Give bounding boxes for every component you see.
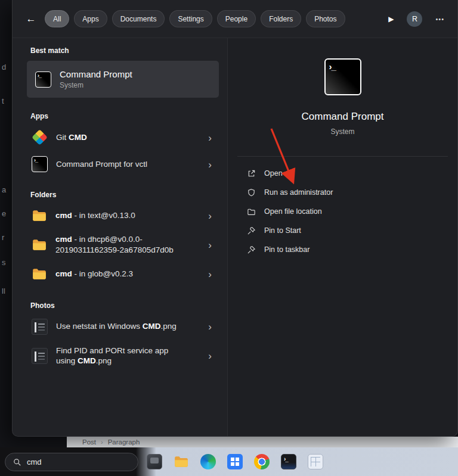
result-row-photo-pid-port[interactable]: Find PID and PORt service app using CMD.… <box>27 340 219 372</box>
pin-to-taskbar-icon <box>247 245 256 254</box>
photo-thumbnail <box>32 348 48 364</box>
results-column: Best match Command Prompt System Apps Gi… <box>13 38 227 436</box>
section-label-apps: Apps <box>30 112 219 120</box>
background-text-fragment: t <box>2 97 4 105</box>
best-match-result[interactable]: Command Prompt System <box>27 61 219 98</box>
pin-to-start-icon <box>247 226 256 235</box>
result-row-folder-dhcp6[interactable]: cmd - in dhcp6@v0.0.0-20190311162359-2a6… <box>27 229 219 261</box>
action-label: Open file location <box>264 207 322 216</box>
breadcrumb-separator-icon: › <box>101 438 103 446</box>
action-label: Open <box>264 169 283 178</box>
background-text-fragment: s <box>2 258 6 267</box>
back-button[interactable]: ← <box>21 10 41 28</box>
command-prompt-icon <box>35 71 51 88</box>
chevron-right-icon[interactable]: › <box>208 211 212 221</box>
result-row-photo-netstat[interactable]: Use netstat in Windows CMD.png › <box>27 313 219 340</box>
taskbar-icons <box>147 447 323 476</box>
action-open-file-location[interactable]: Open file location <box>237 202 448 221</box>
filter-pill-documents[interactable]: Documents <box>112 10 165 27</box>
preview-divider <box>237 156 448 157</box>
folder-icon <box>32 266 47 282</box>
section-photos: Photos Use netstat in Windows CMD.png › … <box>27 301 219 372</box>
taskbar-app-icon-edge[interactable] <box>200 454 216 469</box>
folder-icon <box>32 237 47 253</box>
action-open[interactable]: Open <box>237 164 448 183</box>
action-pin-to-taskbar[interactable]: Pin to taskbar <box>237 240 448 259</box>
preview-pane: Command Prompt System Open Run as admini… <box>227 38 457 436</box>
preview-subtitle: System <box>330 127 354 136</box>
taskbar-search-box[interactable] <box>5 453 138 471</box>
result-label: Command Prompt for vctl <box>56 159 147 170</box>
search-results-body: Best match Command Prompt System Apps Gi… <box>13 38 457 436</box>
taskbar-app-icon-terminal[interactable] <box>281 454 296 469</box>
taskbar <box>0 447 458 476</box>
background-text-fragment: ll <box>2 287 5 295</box>
photo-thumbnail <box>32 319 48 335</box>
chevron-right-icon[interactable]: › <box>208 159 212 169</box>
filter-pill-people[interactable]: People <box>217 10 256 27</box>
taskbar-app-icon-chrome[interactable] <box>254 454 270 469</box>
result-label: Use netstat in Windows CMD.png <box>56 321 177 332</box>
section-label-best-match: Best match <box>30 46 219 55</box>
chevron-right-icon[interactable]: › <box>208 132 212 142</box>
result-row-folder-text[interactable]: cmd - in text@v0.13.0 › <box>27 203 219 229</box>
result-subtitle: System <box>60 81 132 89</box>
more-options-icon[interactable]: ••• <box>435 15 444 23</box>
section-folders: Folders cmd - in text@v0.13.0 › cmd - in… <box>27 191 219 287</box>
play-icon[interactable]: ▶ <box>388 15 394 23</box>
section-label-photos: Photos <box>30 301 219 310</box>
action-pin-to-start[interactable]: Pin to Start <box>237 221 448 240</box>
screen: d t a e r s ll Post › Paragraph ← All Ap… <box>0 0 458 476</box>
git-icon <box>32 129 48 145</box>
filter-pill-folders[interactable]: Folders <box>261 10 301 27</box>
section-apps: Apps Git CMD › Command Prompt for vctl › <box>27 112 219 178</box>
taskbar-app-icon-window[interactable] <box>147 454 162 469</box>
search-input[interactable] <box>27 458 116 466</box>
breadcrumb-item-paragraph: Paragraph <box>108 438 140 446</box>
filter-pills: All Apps Documents Settings People Folde… <box>45 10 345 27</box>
filter-pill-apps[interactable]: Apps <box>74 10 107 27</box>
section-label-folders: Folders <box>30 191 219 199</box>
result-label: cmd - in text@v0.13.0 <box>55 210 135 221</box>
command-prompt-icon-large <box>324 58 361 95</box>
taskbar-app-icon-folder[interactable] <box>174 454 189 469</box>
filter-pill-photos[interactable]: Photos <box>306 10 345 27</box>
run-as-admin-icon <box>247 188 256 197</box>
background-text-fragment: a <box>2 185 6 194</box>
taskbar-app-icon-calculator[interactable] <box>308 454 323 469</box>
result-label: cmd - in dhcp6@v0.0.0-20190311162359-2a6… <box>55 234 188 256</box>
result-row-command-prompt-vctl[interactable]: Command Prompt for vctl › <box>27 151 219 178</box>
chevron-right-icon[interactable]: › <box>208 239 212 250</box>
start-search-flyout: ← All Apps Documents Settings People Fol… <box>12 0 458 437</box>
action-run-as-administrator[interactable]: Run as administrator <box>237 183 448 202</box>
action-label: Pin to Start <box>264 226 301 235</box>
folder-icon <box>32 208 47 223</box>
search-icon <box>13 458 21 466</box>
result-label: cmd - in glob@v0.2.3 <box>55 269 133 279</box>
best-match-text: Command Prompt System <box>60 69 132 89</box>
result-row-folder-glob[interactable]: cmd - in glob@v0.2.3 › <box>27 261 219 287</box>
background-app-strip: Post › Paragraph <box>67 437 458 447</box>
result-label: Find PID and PORt service app using CMD.… <box>56 346 188 367</box>
background-text-fragment: d <box>2 63 6 71</box>
background-text-fragment: r <box>2 233 4 242</box>
action-label: Run as administrator <box>264 188 333 197</box>
action-list: Open Run as administrator Open file loca… <box>228 164 457 259</box>
taskbar-app-icon-store[interactable] <box>227 454 243 469</box>
filter-pill-settings[interactable]: Settings <box>169 10 212 27</box>
preview-title: Command Prompt <box>302 111 384 123</box>
command-prompt-icon <box>32 156 48 172</box>
search-filter-bar: ← All Apps Documents Settings People Fol… <box>13 0 457 38</box>
result-row-git-cmd[interactable]: Git CMD › <box>27 124 219 151</box>
open-file-location-icon <box>247 207 256 216</box>
chevron-right-icon[interactable]: › <box>208 351 212 361</box>
chevron-right-icon[interactable]: › <box>208 269 212 279</box>
breadcrumb-item-post: Post <box>82 438 96 446</box>
result-title: Command Prompt <box>60 69 132 79</box>
result-label: Git CMD <box>56 132 87 143</box>
action-label: Pin to taskbar <box>264 245 310 254</box>
chevron-right-icon[interactable]: › <box>208 322 212 332</box>
filter-pill-all[interactable]: All <box>45 10 69 27</box>
account-avatar[interactable]: R <box>407 11 422 27</box>
header-right-controls: ▶ R ••• <box>388 11 449 27</box>
